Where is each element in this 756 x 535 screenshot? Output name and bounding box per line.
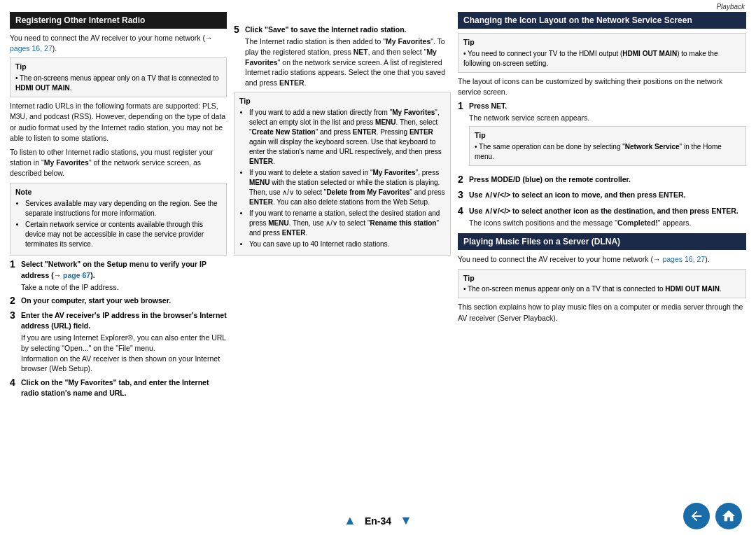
footer-page: ▲ En-34 ▼ (344, 513, 412, 528)
list-item: If you want to rename a station, select … (249, 209, 445, 238)
middle-tip-box: Tip If you want to add a new station dir… (234, 92, 451, 256)
right-step-2: 2 Press MODE/D (blue) on the remote cont… (458, 174, 746, 185)
step-2: 2 On your computer, start your web brows… (10, 296, 227, 306)
page: Playback Registering Other Internet Radi… (0, 0, 756, 535)
col-middle: 5 Click "Save" to save the Internet radi… (234, 12, 451, 506)
right-step-4: 4 Use ∧/∨/</> to select another icon as … (458, 206, 746, 228)
right-body3: This section explains how to play music … (458, 302, 746, 323)
section-label: Playback (716, 3, 745, 11)
home-button[interactable] (715, 503, 742, 529)
left-tip-box: Tip • The on-screens menus appear only o… (10, 57, 227, 97)
left-note-box: Note Services available may vary dependi… (10, 183, 227, 256)
step-3: 3 Enter the AV receiver's IP address in … (10, 310, 227, 374)
left-section-header: Registering Other Internet Radio (10, 12, 227, 29)
footer-right (683, 503, 742, 529)
list-item: If you want to delete a station saved in… (249, 168, 445, 207)
list-item: Services available may vary depending on… (25, 199, 221, 218)
content-area: Registering Other Internet Radio You nee… (0, 12, 756, 506)
next-page-arrow[interactable]: ▼ (400, 513, 412, 528)
list-item: If you want to add a new station directl… (249, 108, 445, 167)
col-right: Changing the Icon Layout on the Network … (458, 12, 746, 506)
left-body1: Internet radio URLs in the following for… (10, 101, 227, 144)
back-button[interactable] (683, 503, 710, 529)
list-item: Certain network service or contents avai… (25, 220, 221, 249)
step-1: 1 Select "Network" on the Setup menu to … (10, 259, 227, 292)
right-steps: 1 Press NET. The network service screen … (458, 101, 746, 228)
step-5: 5 Click "Save" to save the Internet radi… (234, 25, 451, 88)
right-tip2-box: Tip • The on-screen menus appear only on… (458, 269, 746, 299)
middle-tip-list: If you want to add a new station directl… (239, 108, 445, 249)
list-item: You can save up to 40 Internet radio sta… (249, 239, 445, 249)
right-step1-tip: Tip • The same operation can be done by … (469, 126, 746, 166)
left-body2: To listen to other Internet radio statio… (10, 147, 227, 179)
right-tip1-box: Tip • You need to connect your TV to the… (458, 33, 746, 73)
right-body1: The layout of icons can be customized by… (458, 76, 746, 97)
back-icon (689, 508, 704, 524)
right-section2-header: Playing Music Files on a Server (DLNA) (458, 233, 746, 250)
page-number: En-34 (365, 515, 391, 527)
right-body2: You need to connect the AV receiver to y… (458, 254, 746, 265)
footer: ▲ En-34 ▼ (0, 506, 756, 535)
right-step-3: 3 Use ∧/∨/</> to select an icon to move,… (458, 190, 746, 200)
col-left: Registering Other Internet Radio You nee… (10, 12, 227, 506)
top-bar: Playback (0, 0, 756, 12)
note-list: Services available may vary depending on… (15, 199, 221, 249)
home-icon (721, 508, 736, 524)
right-section-header: Changing the Icon Layout on the Network … (458, 12, 746, 29)
left-intro: You need to connect the AV receiver to y… (10, 33, 227, 54)
right-step-1: 1 Press NET. The network service screen … (458, 101, 746, 169)
step-4: 4 Click on the "My Favorites" tab, and e… (10, 377, 227, 398)
prev-page-arrow[interactable]: ▲ (344, 513, 356, 528)
